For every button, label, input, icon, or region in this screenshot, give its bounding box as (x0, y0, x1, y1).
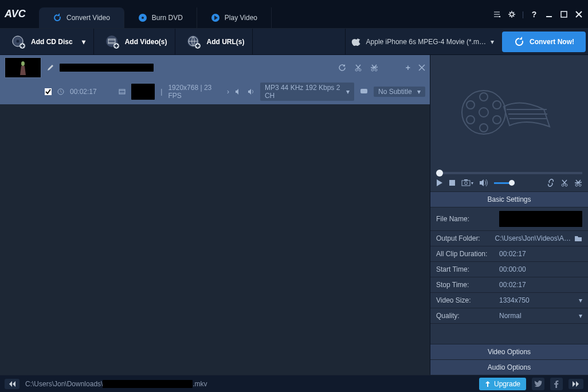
svg-point-3 (499, 15, 500, 17)
volume-icon[interactable] (479, 179, 488, 187)
video-size-dropdown[interactable]: 1334x750 ▾ (499, 296, 582, 304)
add-urls-button[interactable]: Add URL(s) (178, 29, 253, 54)
crop-icon[interactable] (574, 179, 582, 187)
audio-icon (235, 88, 242, 95)
close-icon[interactable] (574, 10, 583, 19)
convert-now-button[interactable]: Convert Now! (502, 32, 586, 52)
refresh-icon (513, 36, 525, 48)
upgrade-button[interactable]: Upgrade (479, 378, 526, 390)
subtitle-dropdown[interactable]: No Subtitle ▾ (374, 87, 425, 97)
svg-point-19 (371, 69, 374, 71)
cut-icon[interactable] (354, 64, 362, 72)
subtitle-icon (360, 88, 368, 95)
facebook-icon[interactable] (550, 378, 563, 390)
button-label: Upgrade (494, 380, 520, 388)
quality-dropdown[interactable]: Normal ▾ (499, 312, 582, 320)
play-button[interactable] (436, 179, 443, 187)
edit-icon[interactable] (47, 64, 54, 71)
svg-point-4 (510, 13, 513, 16)
help-icon[interactable]: ? (530, 10, 539, 19)
chevron-down-icon: ▾ (417, 88, 421, 96)
svg-point-39 (575, 184, 578, 186)
film-icon (119, 88, 126, 95)
video-size-label: Video Size: (436, 296, 499, 304)
twitter-icon[interactable] (532, 378, 544, 390)
svg-point-28 (480, 124, 488, 132)
dropdown-text: No Subtitle (378, 88, 412, 96)
chevron-down-icon: ▾ (82, 38, 85, 46)
audio-options-section[interactable]: Audio Options (430, 359, 588, 375)
refresh-icon (53, 13, 62, 22)
maximize-icon[interactable] (559, 10, 569, 19)
snapshot-button[interactable]: ▾ (461, 179, 473, 186)
output-folder-value: C:\Users\Jon\Videos\A… (495, 234, 571, 242)
audio-codec-dropdown[interactable]: MP3 44 KHz 192 Kbps 2 CH ▾ (260, 83, 354, 101)
tab-play-video[interactable]: Play Video (197, 7, 272, 28)
stop-button[interactable] (449, 179, 456, 186)
button-label: Add CD Disc (31, 38, 73, 46)
svg-rect-24 (360, 89, 367, 93)
seek-bar[interactable] (436, 172, 582, 174)
profile-text: Apple iPhone 6s MPEG-4 Movie (*.m… (366, 38, 486, 46)
chevron-right-icon[interactable]: › (227, 88, 229, 96)
svg-point-18 (359, 69, 361, 71)
checkbox[interactable] (45, 88, 52, 95)
reload-icon[interactable] (338, 64, 346, 72)
output-profile-dropdown[interactable]: Apple iPhone 6s MPEG-4 Movie (*.m… ▾ (345, 29, 500, 54)
clip-resolution-fps: 1920x768 | 23 FPS (168, 84, 221, 100)
volume-slider[interactable] (494, 182, 515, 184)
apple-icon (351, 37, 362, 47)
add-cd-disc-button[interactable]: Add CD Disc ▾ (2, 29, 94, 54)
list-icon[interactable] (492, 10, 501, 19)
tab-burn-dvd[interactable]: Burn DVD (124, 7, 197, 28)
svg-rect-34 (462, 181, 470, 186)
dropdown-value: 1334x750 (499, 296, 530, 304)
clip-duration-label: All Clip Duration: (436, 250, 499, 258)
file-name-value[interactable]: Miyazaki_Blu-ray1080p_ACR (499, 211, 582, 227)
expand-right-button[interactable] (569, 379, 583, 389)
svg-point-16 (21, 61, 25, 66)
disc-plus-icon (10, 34, 26, 50)
link-icon[interactable] (547, 179, 555, 187)
svg-point-27 (480, 93, 488, 101)
folder-browse-icon[interactable] (574, 235, 582, 242)
svg-point-31 (467, 116, 475, 124)
dropdown-text: MP3 44 KHz 192 Kbps 2 CH (265, 84, 343, 100)
clip-format: MPEG-4 (131, 84, 155, 100)
svg-point-29 (467, 101, 475, 109)
chevron-down-icon: ▾ (579, 296, 582, 304)
svg-point-32 (493, 116, 501, 124)
film-plus-icon (104, 34, 120, 50)
status-file-path: C:\Users\Jon\Downloads\Miyazaki_Blu-ray1… (25, 380, 473, 388)
tab-label: Burn DVD (152, 14, 183, 22)
minimize-icon[interactable] (544, 10, 554, 19)
svg-point-20 (375, 69, 377, 71)
chevron-down-icon: ▾ (579, 312, 582, 320)
video-options-section[interactable]: Video Options (430, 344, 588, 359)
clip-duration: 00:02:17 (70, 88, 97, 96)
basic-settings-header: Basic Settings (430, 192, 588, 207)
trim-icon[interactable] (560, 179, 569, 187)
collapse-left-button[interactable] (5, 379, 19, 389)
add-icon[interactable]: + (406, 63, 410, 72)
stop-time-value[interactable]: 00:02:17 (499, 281, 526, 289)
svg-point-37 (562, 184, 564, 186)
svg-point-38 (565, 184, 567, 186)
no-cut-icon[interactable] (370, 64, 378, 72)
clip-item[interactable]: Miyazaki_Blu-ray1080p_ACR + 00:02:17 MPE… (0, 55, 430, 104)
tab-label: Play Video (225, 14, 257, 22)
add-videos-button[interactable]: Add Video(s) (96, 29, 176, 54)
start-time-value[interactable]: 00:00:00 (499, 265, 526, 273)
chevron-down-icon: ▾ (346, 88, 350, 96)
tab-convert-video[interactable]: Convert Video (39, 7, 124, 28)
output-folder-label: Output Folder: (436, 234, 495, 242)
file-name-label: File Name: (436, 215, 499, 223)
clip-title: Miyazaki_Blu-ray1080p_ACR (60, 64, 154, 72)
app-logo: AVC (5, 8, 33, 20)
clip-thumbnail[interactable] (5, 57, 41, 78)
speaker-icon[interactable] (248, 88, 254, 95)
stop-time-label: Stop Time: (436, 281, 499, 289)
remove-icon[interactable] (418, 64, 425, 71)
arrow-up-icon (485, 381, 491, 387)
gear-icon[interactable] (507, 10, 516, 19)
